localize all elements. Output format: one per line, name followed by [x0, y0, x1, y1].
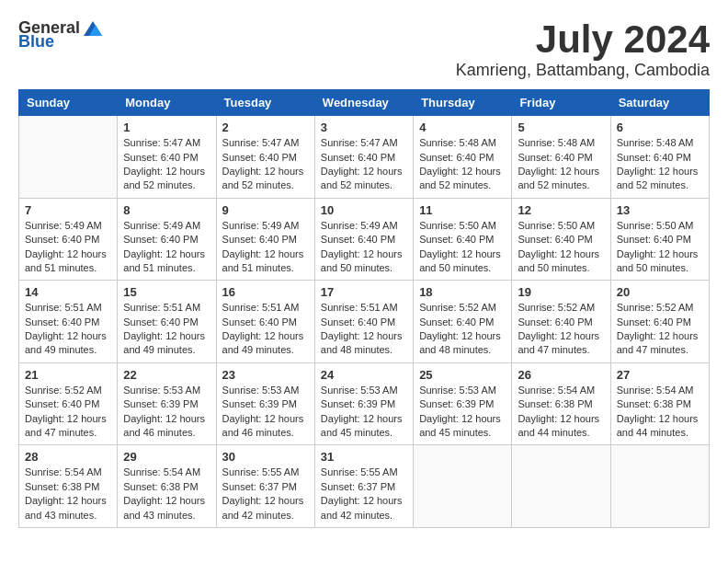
- calendar-cell: 18Sunrise: 5:52 AM Sunset: 6:40 PM Dayli…: [414, 281, 512, 363]
- day-number: 15: [123, 285, 210, 299]
- day-info: Sunrise: 5:53 AM Sunset: 6:39 PM Dayligh…: [222, 384, 309, 441]
- day-number: 28: [25, 450, 111, 464]
- day-number: 1: [123, 121, 210, 134]
- day-info: Sunrise: 5:50 AM Sunset: 6:40 PM Dayligh…: [617, 219, 703, 276]
- calendar-cell: 25Sunrise: 5:53 AM Sunset: 6:39 PM Dayli…: [414, 362, 512, 445]
- day-info: Sunrise: 5:51 AM Sunset: 6:40 PM Dayligh…: [25, 301, 111, 358]
- day-number: 4: [419, 121, 506, 134]
- day-number: 12: [518, 203, 604, 217]
- day-number: 3: [321, 121, 407, 134]
- day-info: Sunrise: 5:49 AM Sunset: 6:40 PM Dayligh…: [222, 219, 309, 276]
- day-number: 6: [617, 121, 703, 134]
- day-number: 29: [123, 450, 210, 464]
- day-number: 2: [222, 121, 309, 134]
- calendar-cell: 24Sunrise: 5:53 AM Sunset: 6:39 PM Dayli…: [314, 362, 413, 445]
- calendar: SundayMondayTuesdayWednesdayThursdayFrid…: [18, 89, 710, 528]
- calendar-cell: 6Sunrise: 5:48 AM Sunset: 6:40 PM Daylig…: [610, 116, 709, 199]
- day-info: Sunrise: 5:52 AM Sunset: 6:40 PM Dayligh…: [25, 384, 111, 441]
- day-info: Sunrise: 5:48 AM Sunset: 6:40 PM Dayligh…: [419, 136, 506, 193]
- calendar-cell: 23Sunrise: 5:53 AM Sunset: 6:39 PM Dayli…: [216, 362, 314, 445]
- day-info: Sunrise: 5:55 AM Sunset: 6:37 PM Dayligh…: [321, 465, 407, 523]
- day-number: 26: [518, 368, 604, 382]
- day-info: Sunrise: 5:54 AM Sunset: 6:38 PM Dayligh…: [518, 384, 604, 441]
- header-friday: Friday: [512, 90, 610, 116]
- header: General Blue July 2024 Kamrieng, Battamb…: [18, 18, 710, 80]
- day-number: 9: [222, 203, 309, 217]
- day-number: 25: [419, 368, 506, 382]
- day-number: 11: [419, 203, 506, 217]
- logo: General Blue: [18, 18, 106, 52]
- calendar-cell: 7Sunrise: 5:49 AM Sunset: 6:40 PM Daylig…: [19, 198, 118, 281]
- calendar-week-0: 1Sunrise: 5:47 AM Sunset: 6:40 PM Daylig…: [19, 116, 710, 199]
- header-tuesday: Tuesday: [216, 90, 314, 116]
- calendar-cell: 31Sunrise: 5:55 AM Sunset: 6:37 PM Dayli…: [314, 445, 413, 528]
- day-info: Sunrise: 5:53 AM Sunset: 6:39 PM Dayligh…: [321, 384, 407, 441]
- calendar-header-row: SundayMondayTuesdayWednesdayThursdayFrid…: [19, 90, 710, 116]
- calendar-cell: 4Sunrise: 5:48 AM Sunset: 6:40 PM Daylig…: [414, 116, 512, 199]
- calendar-cell: [610, 445, 709, 528]
- day-number: 17: [321, 285, 407, 299]
- logo-icon: [82, 19, 104, 38]
- day-number: 8: [123, 203, 210, 217]
- day-info: Sunrise: 5:54 AM Sunset: 6:38 PM Dayligh…: [123, 465, 210, 523]
- day-number: 16: [222, 285, 309, 299]
- day-info: Sunrise: 5:47 AM Sunset: 6:40 PM Dayligh…: [123, 136, 210, 193]
- day-number: 18: [419, 285, 506, 299]
- day-number: 21: [25, 368, 111, 382]
- day-number: 5: [518, 121, 604, 134]
- calendar-cell: 30Sunrise: 5:55 AM Sunset: 6:37 PM Dayli…: [216, 445, 314, 528]
- calendar-cell: 27Sunrise: 5:54 AM Sunset: 6:38 PM Dayli…: [610, 362, 709, 445]
- calendar-cell: [19, 116, 118, 199]
- day-info: Sunrise: 5:54 AM Sunset: 6:38 PM Dayligh…: [617, 384, 703, 441]
- day-info: Sunrise: 5:51 AM Sunset: 6:40 PM Dayligh…: [123, 301, 210, 358]
- header-wednesday: Wednesday: [314, 90, 413, 116]
- day-info: Sunrise: 5:50 AM Sunset: 6:40 PM Dayligh…: [419, 219, 506, 276]
- day-info: Sunrise: 5:54 AM Sunset: 6:38 PM Dayligh…: [25, 465, 111, 523]
- calendar-cell: 16Sunrise: 5:51 AM Sunset: 6:40 PM Dayli…: [216, 281, 314, 363]
- day-number: 20: [617, 285, 703, 299]
- calendar-cell: 5Sunrise: 5:48 AM Sunset: 6:40 PM Daylig…: [512, 116, 610, 199]
- calendar-cell: [512, 445, 610, 528]
- logo-blue: Blue: [18, 32, 54, 52]
- day-info: Sunrise: 5:49 AM Sunset: 6:40 PM Dayligh…: [25, 219, 111, 276]
- calendar-week-1: 7Sunrise: 5:49 AM Sunset: 6:40 PM Daylig…: [19, 198, 710, 281]
- calendar-cell: 29Sunrise: 5:54 AM Sunset: 6:38 PM Dayli…: [118, 445, 216, 528]
- calendar-cell: 20Sunrise: 5:52 AM Sunset: 6:40 PM Dayli…: [610, 281, 709, 363]
- calendar-cell: 12Sunrise: 5:50 AM Sunset: 6:40 PM Dayli…: [512, 198, 610, 281]
- calendar-cell: 17Sunrise: 5:51 AM Sunset: 6:40 PM Dayli…: [314, 281, 413, 363]
- day-info: Sunrise: 5:52 AM Sunset: 6:40 PM Dayligh…: [518, 301, 604, 358]
- day-info: Sunrise: 5:47 AM Sunset: 6:40 PM Dayligh…: [321, 136, 407, 193]
- day-info: Sunrise: 5:49 AM Sunset: 6:40 PM Dayligh…: [321, 219, 407, 276]
- header-sunday: Sunday: [19, 90, 118, 116]
- day-info: Sunrise: 5:47 AM Sunset: 6:40 PM Dayligh…: [222, 136, 309, 193]
- calendar-cell: 13Sunrise: 5:50 AM Sunset: 6:40 PM Dayli…: [610, 198, 709, 281]
- day-info: Sunrise: 5:50 AM Sunset: 6:40 PM Dayligh…: [518, 219, 604, 276]
- day-info: Sunrise: 5:48 AM Sunset: 6:40 PM Dayligh…: [617, 136, 703, 193]
- calendar-cell: 8Sunrise: 5:49 AM Sunset: 6:40 PM Daylig…: [118, 198, 216, 281]
- day-info: Sunrise: 5:55 AM Sunset: 6:37 PM Dayligh…: [222, 465, 309, 523]
- day-number: 31: [321, 450, 407, 464]
- calendar-cell: 28Sunrise: 5:54 AM Sunset: 6:38 PM Dayli…: [19, 445, 118, 528]
- calendar-cell: 2Sunrise: 5:47 AM Sunset: 6:40 PM Daylig…: [216, 116, 314, 199]
- calendar-cell: 19Sunrise: 5:52 AM Sunset: 6:40 PM Dayli…: [512, 281, 610, 363]
- day-number: 27: [617, 368, 703, 382]
- calendar-cell: 26Sunrise: 5:54 AM Sunset: 6:38 PM Dayli…: [512, 362, 610, 445]
- day-info: Sunrise: 5:48 AM Sunset: 6:40 PM Dayligh…: [518, 136, 604, 193]
- day-number: 14: [25, 285, 111, 299]
- calendar-cell: 1Sunrise: 5:47 AM Sunset: 6:40 PM Daylig…: [118, 116, 216, 199]
- day-number: 10: [321, 203, 407, 217]
- calendar-week-4: 28Sunrise: 5:54 AM Sunset: 6:38 PM Dayli…: [19, 445, 710, 528]
- month-title: July 2024: [456, 18, 710, 61]
- calendar-cell: 11Sunrise: 5:50 AM Sunset: 6:40 PM Dayli…: [414, 198, 512, 281]
- day-number: 22: [123, 368, 210, 382]
- day-info: Sunrise: 5:51 AM Sunset: 6:40 PM Dayligh…: [321, 301, 407, 358]
- calendar-cell: 15Sunrise: 5:51 AM Sunset: 6:40 PM Dayli…: [118, 281, 216, 363]
- day-number: 13: [617, 203, 703, 217]
- calendar-week-3: 21Sunrise: 5:52 AM Sunset: 6:40 PM Dayli…: [19, 362, 710, 445]
- location-title: Kamrieng, Battambang, Cambodia: [456, 61, 710, 80]
- calendar-cell: 14Sunrise: 5:51 AM Sunset: 6:40 PM Dayli…: [19, 281, 118, 363]
- calendar-cell: 3Sunrise: 5:47 AM Sunset: 6:40 PM Daylig…: [314, 116, 413, 199]
- calendar-cell: 10Sunrise: 5:49 AM Sunset: 6:40 PM Dayli…: [314, 198, 413, 281]
- title-area: July 2024 Kamrieng, Battambang, Cambodia: [456, 18, 710, 80]
- day-number: 24: [321, 368, 407, 382]
